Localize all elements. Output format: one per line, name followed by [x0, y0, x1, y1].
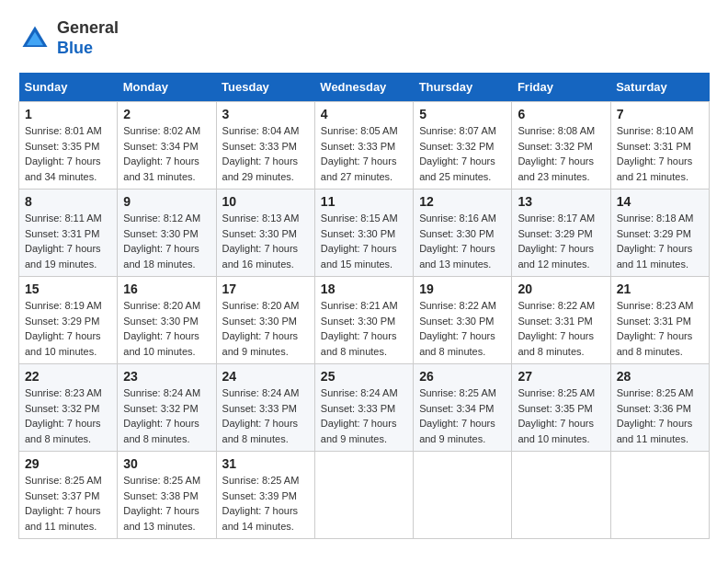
day-number: 30 [123, 456, 210, 471]
day-info: Sunrise: 8:22 AM Sunset: 3:30 PM Dayligh… [419, 298, 506, 359]
day-number: 10 [222, 194, 309, 209]
sunset-label: Sunset: 3:30 PM [321, 316, 395, 327]
sunset-label: Sunset: 3:30 PM [222, 228, 297, 239]
day-info: Sunrise: 8:01 AM Sunset: 3:35 PM Dayligh… [25, 123, 111, 184]
sunset-label: Sunset: 3:32 PM [123, 403, 198, 414]
logo-general: General [57, 18, 119, 39]
daylight-label: Daylight: 7 hours and 9 minutes. [222, 330, 299, 357]
weekday-header-wednesday: Wednesday [314, 73, 413, 102]
sunrise-label: Sunrise: 8:11 AM [25, 213, 102, 224]
calendar-cell [512, 452, 610, 539]
day-info: Sunrise: 8:23 AM Sunset: 3:31 PM Dayligh… [617, 298, 703, 359]
calendar-cell: 18 Sunrise: 8:21 AM Sunset: 3:30 PM Dayl… [314, 277, 413, 364]
day-number: 13 [518, 194, 604, 209]
sunrise-label: Sunrise: 8:08 AM [518, 125, 595, 136]
calendar-cell: 20 Sunrise: 8:22 AM Sunset: 3:31 PM Dayl… [512, 277, 610, 364]
sunrise-label: Sunrise: 8:22 AM [518, 300, 595, 311]
calendar-cell: 17 Sunrise: 8:20 AM Sunset: 3:30 PM Dayl… [216, 277, 314, 364]
daylight-label: Daylight: 7 hours and 12 minutes. [518, 243, 594, 270]
weekday-header-saturday: Saturday [610, 73, 709, 102]
day-number: 7 [617, 107, 703, 121]
day-number: 1 [25, 107, 111, 121]
weekday-header-monday: Monday [118, 73, 216, 102]
sunrise-label: Sunrise: 8:15 AM [321, 213, 398, 224]
sunrise-label: Sunrise: 8:21 AM [321, 300, 398, 311]
day-number: 18 [321, 282, 407, 296]
day-info: Sunrise: 8:25 AM Sunset: 3:34 PM Dayligh… [419, 385, 506, 446]
sunset-label: Sunset: 3:31 PM [25, 228, 99, 239]
sunrise-label: Sunrise: 8:23 AM [25, 387, 102, 398]
daylight-label: Daylight: 7 hours and 18 minutes. [123, 243, 199, 270]
calendar-cell: 15 Sunrise: 8:19 AM Sunset: 3:29 PM Dayl… [19, 277, 118, 364]
sunrise-label: Sunrise: 8:25 AM [123, 475, 200, 486]
day-number: 25 [321, 369, 407, 384]
sunset-label: Sunset: 3:35 PM [25, 141, 99, 152]
sunset-label: Sunset: 3:35 PM [518, 403, 592, 414]
sunrise-label: Sunrise: 8:04 AM [222, 125, 300, 136]
calendar-cell: 11 Sunrise: 8:15 AM Sunset: 3:30 PM Dayl… [314, 190, 413, 277]
day-number: 9 [123, 194, 210, 209]
sunrise-label: Sunrise: 8:25 AM [419, 387, 496, 398]
day-number: 22 [25, 369, 111, 384]
daylight-label: Daylight: 7 hours and 9 minutes. [419, 418, 495, 444]
sunset-label: Sunset: 3:30 PM [419, 228, 494, 239]
sunrise-label: Sunrise: 8:24 AM [222, 387, 300, 398]
day-info: Sunrise: 8:25 AM Sunset: 3:38 PM Dayligh… [123, 473, 210, 534]
day-info: Sunrise: 8:24 AM Sunset: 3:32 PM Dayligh… [123, 385, 210, 446]
calendar-cell: 10 Sunrise: 8:13 AM Sunset: 3:30 PM Dayl… [216, 190, 314, 277]
daylight-label: Daylight: 7 hours and 13 minutes. [123, 505, 199, 532]
sunrise-label: Sunrise: 8:05 AM [321, 125, 398, 136]
day-info: Sunrise: 8:11 AM Sunset: 3:31 PM Dayligh… [25, 211, 111, 271]
sunset-label: Sunset: 3:32 PM [419, 141, 494, 152]
day-number: 6 [518, 107, 604, 121]
day-number: 5 [419, 107, 506, 121]
calendar-cell: 27 Sunrise: 8:25 AM Sunset: 3:35 PM Dayl… [512, 364, 610, 452]
sunset-label: Sunset: 3:33 PM [321, 141, 395, 152]
calendar-cell: 25 Sunrise: 8:24 AM Sunset: 3:33 PM Dayl… [314, 364, 413, 452]
sunset-label: Sunset: 3:29 PM [518, 228, 592, 239]
day-number: 2 [123, 107, 210, 121]
sunset-label: Sunset: 3:33 PM [321, 403, 395, 414]
calendar-cell: 31 Sunrise: 8:25 AM Sunset: 3:39 PM Dayl… [216, 452, 314, 539]
day-info: Sunrise: 8:20 AM Sunset: 3:30 PM Dayligh… [222, 298, 309, 359]
sunrise-label: Sunrise: 8:22 AM [419, 300, 496, 311]
day-info: Sunrise: 8:07 AM Sunset: 3:32 PM Dayligh… [419, 123, 506, 184]
calendar-cell: 4 Sunrise: 8:05 AM Sunset: 3:33 PM Dayli… [314, 102, 413, 190]
sunrise-label: Sunrise: 8:23 AM [617, 300, 694, 311]
weekday-header-tuesday: Tuesday [216, 73, 314, 102]
day-number: 12 [419, 194, 506, 209]
sunset-label: Sunset: 3:30 PM [123, 316, 198, 327]
sunrise-label: Sunrise: 8:20 AM [222, 300, 300, 311]
sunset-label: Sunset: 3:32 PM [25, 403, 99, 414]
calendar-cell: 2 Sunrise: 8:02 AM Sunset: 3:34 PM Dayli… [118, 102, 216, 190]
calendar-cell: 26 Sunrise: 8:25 AM Sunset: 3:34 PM Dayl… [414, 364, 512, 452]
sunrise-label: Sunrise: 8:19 AM [25, 300, 102, 311]
logo-icon [18, 22, 51, 55]
calendar-cell: 19 Sunrise: 8:22 AM Sunset: 3:30 PM Dayl… [414, 277, 512, 364]
daylight-label: Daylight: 7 hours and 8 minutes. [222, 418, 299, 444]
calendar-cell: 7 Sunrise: 8:10 AM Sunset: 3:31 PM Dayli… [610, 102, 709, 190]
day-info: Sunrise: 8:05 AM Sunset: 3:33 PM Dayligh… [321, 123, 407, 184]
sunset-label: Sunset: 3:33 PM [222, 141, 297, 152]
calendar-cell: 3 Sunrise: 8:04 AM Sunset: 3:33 PM Dayli… [216, 102, 314, 190]
daylight-label: Daylight: 7 hours and 14 minutes. [222, 505, 299, 532]
daylight-label: Daylight: 7 hours and 10 minutes. [25, 330, 101, 357]
calendar-cell: 1 Sunrise: 8:01 AM Sunset: 3:35 PM Dayli… [19, 102, 118, 190]
day-info: Sunrise: 8:17 AM Sunset: 3:29 PM Dayligh… [518, 211, 604, 271]
sunset-label: Sunset: 3:30 PM [222, 316, 297, 327]
sunset-label: Sunset: 3:34 PM [123, 141, 198, 152]
daylight-label: Daylight: 7 hours and 34 minutes. [25, 155, 101, 182]
sunset-label: Sunset: 3:30 PM [123, 228, 198, 239]
day-info: Sunrise: 8:12 AM Sunset: 3:30 PM Dayligh… [123, 211, 210, 271]
calendar-cell [610, 452, 709, 539]
day-info: Sunrise: 8:08 AM Sunset: 3:32 PM Dayligh… [518, 123, 604, 184]
sunset-label: Sunset: 3:33 PM [222, 403, 297, 414]
sunrise-label: Sunrise: 8:20 AM [123, 300, 200, 311]
calendar-cell [414, 452, 512, 539]
daylight-label: Daylight: 7 hours and 31 minutes. [123, 155, 199, 182]
week-row-1: 1 Sunrise: 8:01 AM Sunset: 3:35 PM Dayli… [19, 102, 710, 190]
sunset-label: Sunset: 3:30 PM [419, 316, 494, 327]
day-info: Sunrise: 8:15 AM Sunset: 3:30 PM Dayligh… [321, 211, 407, 271]
sunset-label: Sunset: 3:30 PM [321, 228, 395, 239]
day-number: 14 [617, 194, 703, 209]
